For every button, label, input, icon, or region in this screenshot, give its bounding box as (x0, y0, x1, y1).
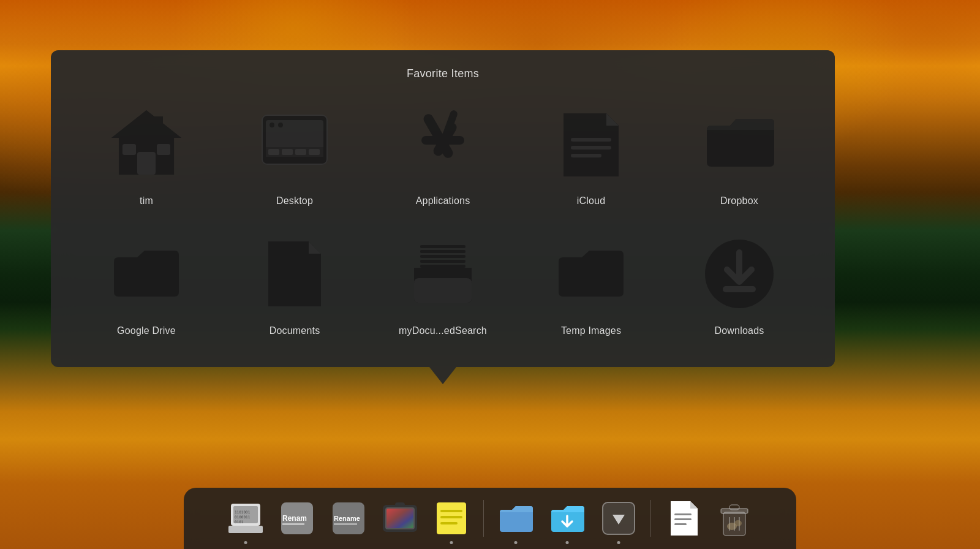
svg-rect-34 (228, 526, 263, 533)
svg-rect-28 (723, 286, 756, 292)
item-label-downloads: Downloads (715, 325, 764, 336)
item-label-temp-images: Temp Images (561, 325, 621, 336)
dock-dot-stack (617, 541, 620, 544)
item-label-tim: tim (140, 195, 153, 206)
svg-marker-0 (111, 110, 181, 138)
dock: 1101001 0100011 0101 Renam Rename (184, 488, 796, 549)
svg-rect-55 (721, 509, 748, 513)
icloud-icon (542, 101, 640, 187)
svg-rect-22 (420, 245, 466, 248)
svg-text:0101: 0101 (235, 520, 244, 524)
svg-point-8 (270, 123, 274, 127)
item-label-google-drive: Google Drive (117, 325, 176, 336)
svg-rect-51 (674, 513, 692, 515)
svg-rect-43 (386, 509, 413, 528)
grid-item-icloud[interactable]: iCloud (520, 95, 662, 213)
dock-item-rename1[interactable]: Renam (275, 496, 319, 540)
documents-icon (246, 231, 344, 317)
svg-rect-37 (282, 523, 304, 525)
grid-item-desktop[interactable]: Desktop (224, 95, 366, 213)
svg-rect-14 (309, 149, 320, 155)
grid-item-downloads[interactable]: Downloads (668, 225, 810, 343)
svg-rect-23 (420, 250, 466, 253)
downloads-icon (690, 231, 788, 317)
svg-rect-3 (123, 144, 136, 155)
svg-rect-2 (137, 152, 156, 175)
svg-rect-44 (395, 502, 405, 507)
dock-item-photos[interactable] (494, 496, 538, 540)
svg-point-61 (734, 520, 742, 526)
dock-item-rename2[interactable]: Rename (326, 496, 371, 540)
dock-item-image-capture[interactable] (378, 496, 422, 540)
dock-separator-2 (650, 500, 651, 537)
item-label-icloud: iCloud (577, 195, 606, 206)
svg-rect-47 (440, 516, 462, 518)
svg-rect-11 (268, 149, 279, 155)
svg-text:0100011: 0100011 (235, 515, 251, 519)
svg-rect-53 (674, 523, 687, 525)
items-grid: tim (75, 95, 810, 343)
dock-item-scanner[interactable]: 1101001 0100011 0101 (224, 496, 268, 540)
item-label-desktop: Desktop (276, 195, 313, 206)
item-label-mydocu: myDocu...edSearch (399, 325, 487, 336)
svg-rect-46 (440, 510, 462, 512)
favorite-items-panel: Favorite Items (51, 50, 835, 367)
home-icon (97, 101, 195, 187)
item-label-documents: Documents (270, 325, 320, 336)
svg-rect-4 (157, 144, 170, 155)
dock-separator-1 (483, 500, 484, 537)
dropbox-folder-icon (690, 101, 788, 187)
dock-item-stickies[interactable] (429, 496, 473, 540)
svg-rect-25 (420, 260, 466, 263)
svg-rect-20 (571, 146, 611, 150)
grid-item-temp-images[interactable]: Temp Images (520, 225, 662, 343)
item-label-applications: Applications (416, 195, 470, 206)
svg-rect-19 (571, 138, 611, 142)
svg-rect-13 (295, 149, 306, 155)
dock-dot-scanner (244, 541, 247, 544)
svg-rect-40 (334, 523, 357, 525)
svg-rect-52 (674, 518, 692, 520)
grid-item-applications[interactable]: Applications (372, 95, 514, 213)
google-drive-folder-icon (97, 231, 195, 317)
svg-rect-24 (420, 255, 466, 258)
svg-text:Renam: Renam (282, 514, 307, 523)
dock-dot-downloads (566, 541, 569, 544)
svg-rect-26 (420, 265, 466, 268)
svg-text:Rename: Rename (334, 515, 360, 522)
svg-rect-48 (440, 522, 458, 524)
svg-rect-12 (282, 149, 293, 155)
dock-item-downloads-dock[interactable] (545, 496, 589, 540)
svg-rect-5 (154, 116, 163, 132)
grid-item-google-drive[interactable]: Google Drive (75, 225, 217, 343)
grid-item-documents[interactable]: Documents (224, 225, 366, 343)
dock-item-textedit[interactable] (661, 496, 705, 540)
applications-icon (394, 101, 492, 187)
grid-item-mydocu[interactable]: myDocu...edSearch (372, 225, 514, 343)
svg-rect-21 (571, 154, 601, 157)
item-label-dropbox: Dropbox (720, 195, 758, 206)
svg-text:1101001: 1101001 (235, 510, 251, 514)
panel-title: Favorite Items (75, 67, 810, 80)
dock-item-stack[interactable] (597, 496, 641, 540)
temp-images-folder-icon (542, 231, 640, 317)
grid-item-tim[interactable]: tim (75, 95, 217, 213)
dock-dot-photos (514, 541, 518, 544)
svg-point-9 (278, 123, 283, 127)
dock-dot-stickies (450, 541, 453, 544)
dock-item-trash[interactable] (712, 496, 756, 540)
grid-item-dropbox[interactable]: Dropbox (668, 95, 810, 213)
inbox-icon (394, 231, 492, 317)
desktop-folder-icon (246, 101, 344, 187)
